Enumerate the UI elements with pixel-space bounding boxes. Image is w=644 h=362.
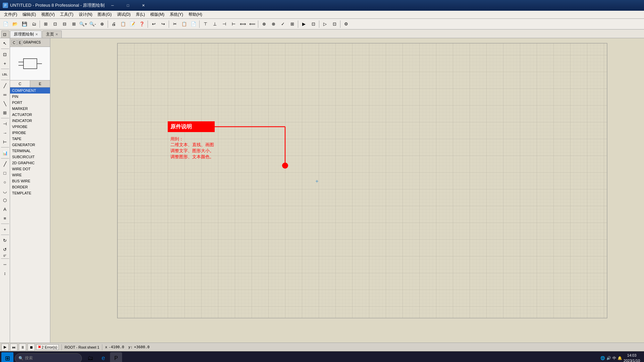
sidebar-item-tape[interactable]: TAPE (10, 136, 50, 142)
make-device-button[interactable]: ⊡ (51, 20, 59, 28)
arc-tool[interactable]: ◡ (1, 187, 9, 195)
sidebar-item-vprobe[interactable]: VPROBE (10, 124, 50, 130)
status-step-button[interactable]: ⏭ (10, 344, 17, 351)
canvas-area[interactable]: 原件说明 用到： 二维文本、直线、画图 调整文字、图形大小。 调整图形、文本颜色… (50, 38, 644, 343)
taskbar-proteus[interactable]: P (110, 352, 122, 362)
subc-tool[interactable]: ⊞ (1, 108, 9, 117)
line-tool[interactable]: ╱ (1, 160, 9, 168)
netlist2-button[interactable]: ⊞ (288, 20, 297, 28)
zoom-in-button[interactable]: 🔍+ (79, 20, 88, 28)
align-left-button[interactable]: ⊣ (220, 20, 228, 28)
zoom-area-button[interactable]: ⊕ (98, 20, 106, 28)
menu-edit[interactable]: 编辑(E) (20, 11, 39, 18)
sidebar-item-2dgraphic[interactable]: 2D GRAPHIC (10, 160, 50, 166)
menu-design[interactable]: 设计(N) (76, 11, 95, 18)
align-top-button[interactable]: ⊤ (201, 20, 210, 28)
polygon-tool[interactable]: ⬡ (1, 196, 9, 204)
status-error-indicator[interactable]: ✖ 2 Error(s) (36, 344, 59, 350)
align-bottom-button[interactable]: ⊥ (210, 20, 219, 28)
tab-home-close[interactable]: ✕ (55, 33, 58, 36)
sidebar-item-iprobe[interactable]: IPROBE (10, 130, 50, 136)
copy-button[interactable]: 📋 (180, 20, 189, 28)
symbol-tool[interactable]: ≡ (1, 214, 9, 223)
minimize-button[interactable]: ─ (105, 0, 120, 11)
junction-tool[interactable]: + (1, 59, 9, 68)
rect-tool[interactable]: □ (1, 169, 9, 177)
terminal-tool[interactable]: ⊣ (1, 119, 9, 128)
circle-tool[interactable]: ○ (1, 178, 9, 186)
sidebar-item-subcircuit[interactable]: SUBCIRCUIT (10, 154, 50, 160)
run-button[interactable]: ▷ (321, 20, 329, 28)
bus-entry-tool[interactable]: ╲ (1, 99, 9, 108)
text-tool[interactable]: A (1, 205, 9, 214)
sidebar-item-bus-wire[interactable]: BUS WIRE (10, 178, 50, 184)
menu-view[interactable]: 视图(V) (39, 11, 57, 18)
tray-notification-icon[interactable]: 🔔 (618, 356, 622, 360)
sidebar-graphics-btn[interactable]: GRAPHICS (23, 41, 41, 44)
open-button[interactable]: 📂 (11, 20, 19, 28)
sidebar-item-marker[interactable]: MARKER (10, 106, 50, 112)
component-tool[interactable]: ⊡ (1, 50, 9, 59)
sidebar-item-border[interactable]: BORDER (10, 184, 50, 190)
taskbar-edge[interactable]: e (97, 352, 109, 362)
print-button[interactable]: 🖨 (109, 20, 118, 28)
sidebar-item-port[interactable]: PORT (10, 100, 50, 106)
sidebar-item-generator[interactable]: GENERATOR (10, 142, 50, 148)
sidebar-item-wire[interactable]: WIRE (10, 172, 50, 178)
design-check-button[interactable]: ✓ (278, 20, 287, 28)
sidebar-item-wire-dot[interactable]: WIRE DOT (10, 166, 50, 172)
flip-h-tool[interactable]: ↔ (1, 260, 9, 268)
distribute-h-button[interactable]: ⟺ (238, 20, 247, 28)
menu-system[interactable]: 系统(Y) (167, 11, 186, 18)
menu-file[interactable]: 文件(F) (1, 11, 20, 18)
origin-tool[interactable]: + (1, 225, 9, 234)
save-button[interactable]: 💾 (20, 20, 29, 28)
align-right-button[interactable]: ⊢ (229, 20, 238, 28)
packaging-button[interactable]: ⊟ (60, 20, 69, 28)
rotate-ccw-tool[interactable]: ↺ (1, 245, 9, 254)
vsm-button[interactable]: ⊡ (309, 20, 318, 28)
paste-button[interactable]: 📄 (189, 20, 198, 28)
tray-datetime[interactable]: 14:03 2023/1/10 (624, 353, 640, 362)
status-stop-button[interactable]: ⏹ (28, 344, 35, 351)
sidebar-item-actuator[interactable]: ACTUATOR (10, 112, 50, 118)
tray-network-icon[interactable]: 🌐 (600, 356, 605, 360)
menu-graph[interactable]: 图表(G) (95, 11, 114, 18)
start-button[interactable]: ⊞ (1, 352, 13, 362)
add-component-button[interactable]: ⊞ (41, 20, 50, 28)
label-tool[interactable]: LBL (1, 70, 9, 79)
rotate-tool[interactable]: ↻ (1, 236, 9, 245)
menu-library[interactable]: 库(L) (133, 11, 148, 18)
tab-schematic[interactable]: 原理图绘制 ✕ (10, 31, 42, 38)
menu-debug[interactable]: 调试(D) (114, 11, 133, 18)
decompose-button[interactable]: ⊞ (69, 20, 78, 28)
status-play-button[interactable]: ▶ (1, 344, 9, 351)
stop-button[interactable]: ⊡ (330, 20, 339, 28)
undo-button[interactable]: ↩ (149, 20, 158, 28)
cut-button[interactable]: ✂ (170, 20, 179, 28)
tab-home[interactable]: 主页 ✕ (42, 31, 62, 38)
tab-schematic-close[interactable]: ✕ (35, 33, 38, 36)
bus-tool[interactable]: ═ (1, 90, 9, 99)
new-button[interactable]: 📄 (1, 20, 10, 28)
distribute-v-button[interactable]: ⟸ (248, 20, 257, 28)
sidebar-tab-c[interactable]: C (10, 80, 30, 87)
simulate-button[interactable]: ▶ (300, 20, 308, 28)
menu-tools[interactable]: 工具(T) (57, 11, 76, 18)
taskbar-explorer[interactable]: 🗂 (85, 352, 97, 362)
zoom-out-button[interactable]: 🔍- (88, 20, 97, 28)
tray-speaker-icon[interactable]: 🔊 (606, 356, 611, 360)
menu-help[interactable]: 帮助(H) (186, 11, 205, 18)
settings-button[interactable]: ⚙ (342, 20, 351, 28)
close-button[interactable]: ✕ (136, 0, 151, 11)
pin-tool[interactable]: → (1, 128, 9, 137)
sidebar-c-btn[interactable]: C (11, 40, 17, 45)
redo-button[interactable]: ↪ (159, 20, 167, 28)
netcomp-button[interactable]: ⊗ (269, 20, 278, 28)
save-all-button[interactable]: 🗂 (30, 20, 38, 28)
sidebar-item-component[interactable]: COMPONENT (10, 87, 50, 94)
sidebar-item-pin[interactable]: PIN (10, 94, 50, 100)
status-pause-button[interactable]: ⏸ (19, 344, 26, 351)
sidebar-item-template[interactable]: TEMPLATE (10, 190, 50, 196)
sidebar-item-terminal[interactable]: TERMINAL (10, 148, 50, 154)
